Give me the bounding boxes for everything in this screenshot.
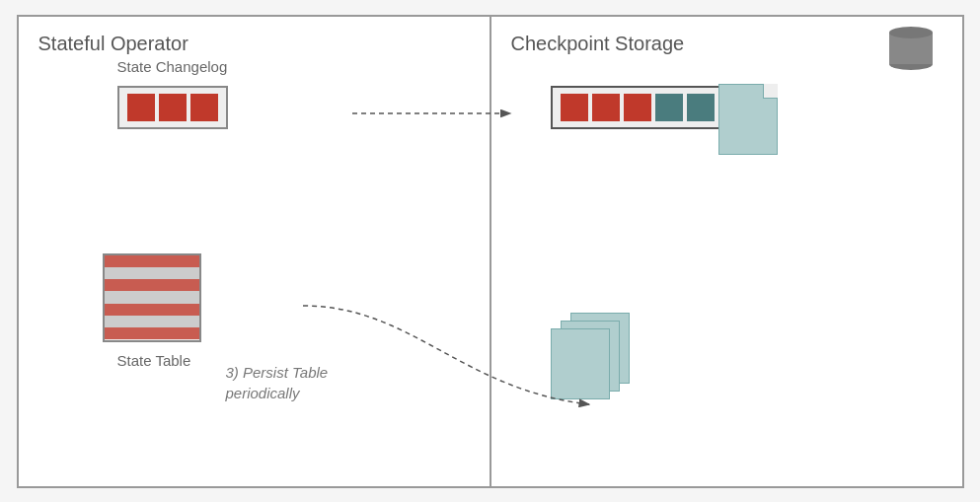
doc-stack (551, 313, 649, 411)
table-row-7 (105, 327, 199, 339)
state-table-label: State Table (117, 352, 191, 369)
table-row-1 (105, 255, 199, 267)
table-row-4 (105, 291, 199, 303)
log-red-2 (592, 94, 620, 121)
left-panel: Stateful Operator State Changelog State … (17, 15, 490, 488)
log-red-3 (624, 94, 651, 121)
table-row-2 (105, 267, 199, 279)
changelog-box (117, 86, 228, 129)
persist-label: 3) Persist Table periodically (226, 362, 384, 403)
table-row-6 (105, 316, 199, 327)
changelog-square-1 (127, 94, 155, 121)
right-panel: Checkpoint Storage (490, 15, 964, 488)
changelog-square-2 (159, 94, 187, 121)
doc-paper (718, 84, 778, 155)
table-row-3 (105, 279, 199, 291)
db-top (889, 27, 933, 38)
log-red-1 (561, 94, 588, 121)
left-panel-title: Stateful Operator (19, 17, 490, 65)
log-teal-1 (655, 94, 683, 121)
single-doc-icon (718, 84, 778, 155)
changelog-label: State Changelog (117, 58, 228, 75)
diagram: Stateful Operator State Changelog State … (17, 15, 964, 488)
doc-front (551, 328, 610, 399)
log-teal-2 (687, 94, 715, 121)
table-row-5 (105, 304, 199, 316)
changelog-square-3 (190, 94, 218, 121)
state-table-box (103, 253, 201, 342)
database-icon (889, 27, 933, 70)
